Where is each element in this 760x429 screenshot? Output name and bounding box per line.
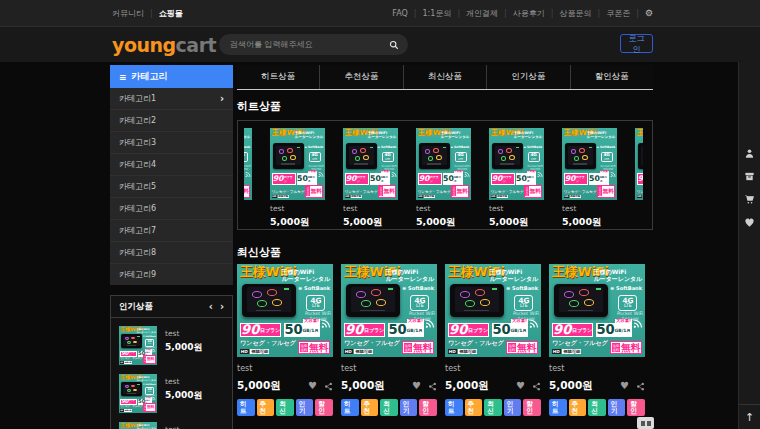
popular-product-list: 王様WiFi 王様のWiFiルーターレンタル ≡ SoftBank 4GLTE … <box>111 318 232 429</box>
new-product-card[interactable]: 王様WiFi 王様のWiFiルーターレンタル ≡ SoftBank 4GLTE … <box>549 264 645 416</box>
tag-chip-추천[interactable]: 추천 <box>569 399 587 416</box>
ad-brand-logo: 王様WiFi <box>637 129 643 137</box>
wishlist-heart-icon[interactable] <box>744 217 755 228</box>
floating-banner-nav[interactable] <box>637 417 654 429</box>
wishlist-heart-icon[interactable]: ♥ <box>516 381 525 391</box>
next-icon[interactable]: › <box>220 302 224 312</box>
search-icon[interactable] <box>389 40 399 50</box>
ad-plan-badge: 90日プラン <box>448 323 490 338</box>
share-icon[interactable] <box>636 382 645 391</box>
tab-최신상품[interactable]: 최신상품 <box>403 65 486 89</box>
sidebar-category-item[interactable]: 카테고리4 <box>110 154 233 176</box>
new-product-card[interactable]: 王様WiFi 王様のWiFiルーターレンタル ≡ SoftBank 4GLTE … <box>445 264 541 416</box>
tag-chip-할인[interactable]: 할인 <box>315 399 333 416</box>
new-product-card[interactable]: 王様WiFi 王様のWiFiルーターレンタル ≡ SoftBank 4GLTE … <box>341 264 437 416</box>
share-icon[interactable] <box>428 382 437 391</box>
product-image-wifi-ad: 王様WiFi 王様のWiFiルーターレンタル ≡ SoftBank 4GLTE … <box>445 264 541 357</box>
card-actions: ♥ <box>308 381 333 391</box>
login-button[interactable]: 로그인 <box>620 34 653 53</box>
tag-chip-인기[interactable]: 인기 <box>504 399 522 416</box>
product-info: test 5,000원 <box>165 326 202 365</box>
tag-chip-추천[interactable]: 추천 <box>465 399 483 416</box>
wishlist-heart-icon[interactable]: ♥ <box>412 381 421 391</box>
router-device-art <box>638 143 643 169</box>
sidebar-category-item[interactable]: 카테고리7 <box>110 220 233 242</box>
prev-icon[interactable]: ‹ <box>209 302 213 312</box>
topbar-link[interactable]: 쿠폰존 <box>606 8 630 19</box>
tag-chip-최신[interactable]: 최신 <box>484 399 502 416</box>
sidebar-category-item[interactable]: 카테고리1 › <box>110 88 233 110</box>
product-image-wifi-ad: 王様WiFi 王様のWiFiルーターレンタル ≡ SoftBank 4GLTE … <box>489 128 544 200</box>
product-image-wifi-ad: 王様WiFi 王様のWiFiルーターレンタル ≡ SoftBank 4GLTE … <box>562 128 617 200</box>
tag-chip-추천[interactable]: 추천 <box>257 399 275 416</box>
topbar-link[interactable]: 1:1문의 <box>423 8 452 19</box>
wishlist-heart-icon[interactable]: ♥ <box>620 381 629 391</box>
popular-product-item[interactable]: 王様WiFi 王様のWiFiルーターレンタル ≡ SoftBank 4GLTE … <box>119 422 224 429</box>
ad-title: 王様のWiFiルーターレンタル <box>137 376 156 382</box>
ad-4g-lte-badge: 4GLTE <box>455 152 467 162</box>
sidebar-category-item[interactable]: 카테고리3 <box>110 132 233 154</box>
tag-chip-히트[interactable]: 히트 <box>341 399 359 416</box>
tag-chip-최신[interactable]: 최신 <box>276 399 294 416</box>
topbar-link[interactable]: 쇼핑몰 <box>159 8 183 19</box>
wishlist-heart-icon[interactable]: ♥ <box>308 381 317 391</box>
tag-chip-추천[interactable]: 추천 <box>361 399 379 416</box>
ad-plan-badge: 90日プラン <box>344 323 386 338</box>
topbar-link[interactable]: FAQ <box>392 9 408 18</box>
ad-title: 王様のWiFiルーターレンタル <box>587 131 616 140</box>
scroll-to-top-button[interactable]: ↑ <box>739 404 760 429</box>
sidebar-category-item[interactable]: 카테고리9 <box>110 264 233 285</box>
tag-chip-인기[interactable]: 인기 <box>608 399 626 416</box>
topbar-right: FAQ|1:1문의|개인결제|사용후기|상품문의|쿠폰존 | ⚙ <box>392 8 653 19</box>
sidebar-category-item[interactable]: 카테고리6 <box>110 198 233 220</box>
topbar-link[interactable]: 상품문의 <box>560 8 592 19</box>
sidebar-category-item[interactable]: 카테고리8 <box>110 242 233 264</box>
tag-chip-할인[interactable]: 할인 <box>419 399 437 416</box>
topbar-link[interactable]: 커뮤니티 <box>112 8 144 19</box>
cart-icon[interactable] <box>744 194 755 205</box>
hit-product-card[interactable]: 王様WiFi 王様のWiFiルーターレンタル ≡ SoftBank 4GLTE … <box>562 128 617 229</box>
category-menu-header[interactable]: ≡ 카테고리 <box>110 65 233 88</box>
hit-product-card[interactable]: 王様WiFi 王様のWiFiルーターレンタル ≡ SoftBank 4GLTE … <box>270 128 325 229</box>
share-icon[interactable] <box>532 382 541 391</box>
user-icon[interactable] <box>744 148 755 159</box>
ad-title: 王様のWiFiルーターレンタル <box>441 131 470 140</box>
tab-할인상품[interactable]: 할인상품 <box>570 65 653 89</box>
tag-chip-인기[interactable]: 인기 <box>400 399 418 416</box>
popular-product-item[interactable]: 王様WiFi 王様のWiFiルーターレンタル ≡ SoftBank 4GLTE … <box>119 326 224 365</box>
tag-chip-최신[interactable]: 최신 <box>588 399 606 416</box>
topbar-link[interactable]: 사용후기 <box>513 8 545 19</box>
gear-icon[interactable]: ⚙ <box>645 8 653 18</box>
sidebar-category-item[interactable]: 카테고리2 <box>110 110 233 132</box>
router-device-art <box>492 143 523 169</box>
site-logo[interactable]: youngcart <box>112 34 216 56</box>
tag-chip-인기[interactable]: 인기 <box>296 399 314 416</box>
hit-product-card[interactable]: 王様WiFi 王様のWiFiルーターレンタル ≡ SoftBank 4GLTE … <box>489 128 544 229</box>
ad-title: 王様のWiFiルーターレンタル <box>137 424 156 429</box>
tag-chip-히트[interactable]: 히트 <box>237 399 255 416</box>
new-product-card[interactable]: 王様WiFi 王様のWiFiルーターレンタル ≡ SoftBank 4GLTE … <box>237 264 333 416</box>
ad-carrier-logo: ≡ SoftBank <box>402 285 434 291</box>
tag-chip-row: 히트추천최신인기할인 <box>341 399 437 416</box>
tag-chip-히트[interactable]: 히트 <box>445 399 463 416</box>
topbar-link[interactable]: 개인결제 <box>466 8 498 19</box>
ad-carrier-logo: ≡ SoftBank <box>143 335 156 337</box>
sidebar-category-item[interactable]: 카테고리5 <box>110 176 233 198</box>
tag-chip-최신[interactable]: 최신 <box>380 399 398 416</box>
wifi-signal-icon <box>423 315 437 332</box>
hit-product-card[interactable]: 王様WiFi 王様のWiFiルーターレンタル ≡ SoftBank 4GLTE … <box>343 128 398 229</box>
orders-box-icon[interactable] <box>744 171 755 182</box>
search-input[interactable] <box>228 39 389 50</box>
tab-히트상품[interactable]: 히트상품 <box>237 65 319 89</box>
tag-chip-히트[interactable]: 히트 <box>549 399 567 416</box>
tab-인기상품[interactable]: 인기상품 <box>486 65 569 89</box>
share-icon[interactable] <box>324 382 333 391</box>
hit-product-card[interactable]: 王様WiFi 王様のWiFiルーターレンタル ≡ SoftBank 4GLTE … <box>416 128 471 229</box>
tag-chip-할인[interactable]: 할인 <box>627 399 645 416</box>
tag-chip-할인[interactable]: 할인 <box>523 399 541 416</box>
tab-추천상품[interactable]: 추천상품 <box>319 65 402 89</box>
ad-title: 王様のWiFiルーターレンタル <box>386 268 434 283</box>
popular-product-item[interactable]: 王様WiFi 王様のWiFiルーターレンタル ≡ SoftBank 4GLTE … <box>119 374 224 413</box>
ad-oneseg-text: ワンセグ・フルセグ HD視聴可能 <box>272 190 305 198</box>
wifi-signal-icon <box>631 315 645 332</box>
